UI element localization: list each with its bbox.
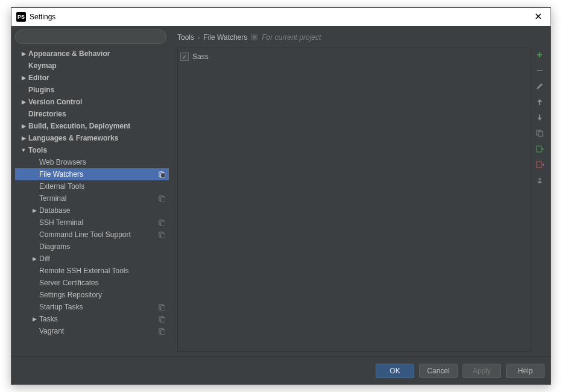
project-scope-icon xyxy=(158,195,165,202)
close-button[interactable]: ✕ xyxy=(531,12,546,22)
copy-button[interactable] xyxy=(535,128,545,138)
cancel-button[interactable]: Cancel xyxy=(419,364,458,378)
tree-item-keymap[interactable]: Keymap xyxy=(15,60,169,72)
search-wrap xyxy=(15,30,170,48)
tree-item-web-browsers[interactable]: Web Browsers xyxy=(15,156,169,168)
tree-item-label: Languages & Frameworks xyxy=(28,134,118,142)
breadcrumb: Tools › File Watchers For current projec… xyxy=(177,31,546,44)
tree-item-directories[interactable]: Directories xyxy=(15,108,169,120)
project-scope-icon xyxy=(158,303,165,311)
apply-button[interactable]: Apply xyxy=(463,364,501,378)
tree-item-appearance-behavior[interactable]: ▶Appearance & Behavior xyxy=(15,48,169,60)
content-area: ▶Appearance & BehaviorKeymap▶EditorPlugi… xyxy=(11,26,551,384)
dialog-footer: OK Cancel Apply Help xyxy=(11,356,551,384)
watcher-list[interactable]: ✓Sass xyxy=(177,48,531,352)
tree-item-build-execution-deployment[interactable]: ▶Build, Execution, Deployment xyxy=(15,120,169,132)
search-input[interactable] xyxy=(15,30,166,44)
project-scope-icon xyxy=(251,34,258,41)
tree-item-tools[interactable]: ▼Tools xyxy=(15,144,169,156)
tree-item-startup-tasks[interactable]: Startup Tasks xyxy=(15,301,169,313)
project-scope-icon xyxy=(158,219,165,226)
tree-item-command-line-tool-support[interactable]: Command Line Tool Support xyxy=(15,229,169,241)
svg-rect-3 xyxy=(160,197,165,201)
tree-item-plugins[interactable]: Plugins xyxy=(15,84,169,96)
tree-item-label: Terminal xyxy=(39,194,66,203)
project-scope-icon xyxy=(158,171,165,178)
add-button[interactable]: + xyxy=(535,50,545,60)
help-button[interactable]: Help xyxy=(506,364,545,378)
svg-rect-17 xyxy=(538,131,543,136)
export-button[interactable] xyxy=(535,160,545,169)
tree-item-label: Diff xyxy=(39,254,50,263)
tree-item-diagrams[interactable]: Diagrams xyxy=(15,241,169,253)
tree-item-label: File Watchers xyxy=(39,170,83,179)
tree-item-label: Remote SSH External Tools xyxy=(39,267,129,275)
remove-button[interactable]: − xyxy=(535,66,545,75)
tree-item-terminal[interactable]: Terminal xyxy=(15,192,169,204)
expand-arrow-icon: ▶ xyxy=(20,51,27,57)
tree-item-label: Web Browsers xyxy=(39,158,86,166)
tree-item-label: Diagrams xyxy=(39,242,70,251)
expand-arrow-icon: ▼ xyxy=(20,147,27,153)
svg-rect-1 xyxy=(160,172,165,177)
breadcrumb-scope: For current project xyxy=(262,33,321,42)
svg-rect-7 xyxy=(160,233,165,238)
tree-item-label: Plugins xyxy=(28,86,54,94)
expand-arrow-icon: ▶ xyxy=(31,256,38,262)
project-scope-icon xyxy=(158,231,165,238)
tree-item-label: SSH Terminal xyxy=(39,218,83,227)
tree-item-ssh-terminal[interactable]: SSH Terminal xyxy=(15,217,169,229)
svg-rect-9 xyxy=(160,305,165,310)
tree-item-label: Directories xyxy=(28,110,66,118)
tree-item-label: Editor xyxy=(28,74,49,82)
svg-rect-21 xyxy=(538,181,541,183)
tree-item-remote-ssh-external-tools[interactable]: Remote SSH External Tools xyxy=(15,265,169,277)
title-bar: PS Settings ✕ xyxy=(11,8,551,26)
edit-button[interactable] xyxy=(535,81,545,91)
sidebar: ▶Appearance & BehaviorKeymap▶EditorPlugi… xyxy=(11,26,170,356)
tree-item-settings-repository[interactable]: Settings Repository xyxy=(15,289,169,301)
project-scope-icon xyxy=(158,315,165,323)
tree-item-database[interactable]: ▶Database xyxy=(15,204,169,217)
breadcrumb-leaf: File Watchers xyxy=(203,33,247,42)
tree-item-version-control[interactable]: ▶Version Control xyxy=(15,96,169,108)
tree-item-tasks[interactable]: ▶Tasks xyxy=(15,313,169,325)
expand-arrow-icon: ▶ xyxy=(20,123,27,129)
tree-item-server-certificates[interactable]: Server Certificates xyxy=(15,277,169,289)
tree-item-label: Keymap xyxy=(28,62,57,70)
svg-rect-5 xyxy=(160,221,165,226)
app-icon: PS xyxy=(16,12,26,22)
watcher-row[interactable]: ✓Sass xyxy=(180,51,528,63)
expand-arrow-icon: ▶ xyxy=(20,75,27,81)
watcher-enabled-checkbox[interactable]: ✓ xyxy=(180,52,189,61)
tree-item-file-watchers[interactable]: File Watchers xyxy=(15,168,169,180)
main-panel: Tools › File Watchers For current projec… xyxy=(170,26,551,356)
tree-item-external-tools[interactable]: External Tools xyxy=(15,180,169,192)
tree-item-label: Version Control xyxy=(28,98,82,106)
svg-rect-18 xyxy=(537,146,541,152)
tree-item-label: Tasks xyxy=(39,315,58,323)
watcher-name: Sass xyxy=(192,52,209,61)
settings-tree[interactable]: ▶Appearance & BehaviorKeymap▶EditorPlugi… xyxy=(15,48,170,353)
tree-item-label: Appearance & Behavior xyxy=(28,49,110,58)
move-up-button[interactable] xyxy=(535,97,545,107)
toggle-level-button[interactable] xyxy=(535,175,545,185)
tree-item-label: External Tools xyxy=(39,182,84,191)
tree-item-editor[interactable]: ▶Editor xyxy=(15,72,169,84)
move-down-button[interactable] xyxy=(535,113,545,122)
tree-item-label: Database xyxy=(39,206,70,215)
settings-window: PS Settings ✕ ▶Appearance & BehaviorKeym… xyxy=(11,7,551,385)
tree-item-languages-frameworks[interactable]: ▶Languages & Frameworks xyxy=(15,132,169,144)
import-button[interactable] xyxy=(535,144,545,154)
svg-rect-13 xyxy=(160,329,165,334)
upper-area: ▶Appearance & BehaviorKeymap▶EditorPlugi… xyxy=(11,26,551,356)
ok-button[interactable]: OK xyxy=(376,364,414,378)
breadcrumb-separator: › xyxy=(198,34,200,41)
project-scope-icon xyxy=(158,327,165,335)
tree-item-diff[interactable]: ▶Diff xyxy=(15,253,169,265)
window-title: Settings xyxy=(30,13,55,21)
expand-arrow-icon: ▶ xyxy=(20,135,27,141)
tree-item-vagrant[interactable]: Vagrant xyxy=(15,325,169,337)
tree-item-label: Startup Tasks xyxy=(39,303,83,311)
panel-body: ✓Sass + − xyxy=(177,48,546,352)
